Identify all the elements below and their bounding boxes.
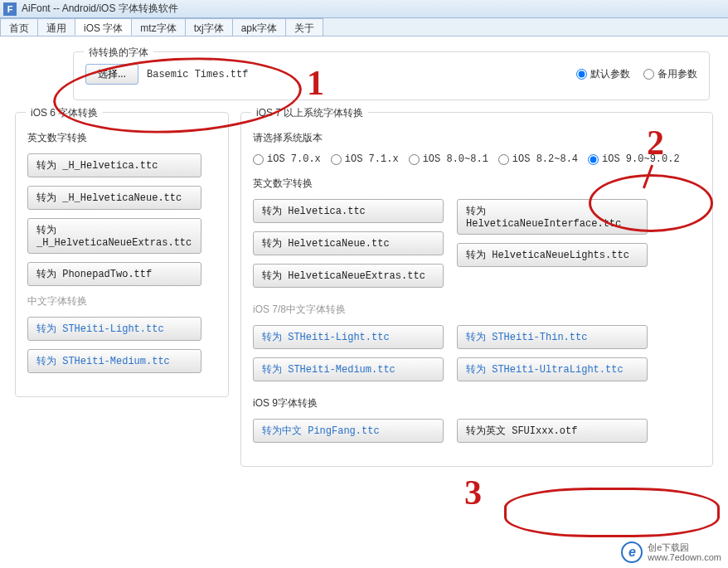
radio-backup-label: 备用参数 [658, 67, 697, 81]
btn-helveticaneuelights[interactable]: 转为 HelveticaNeueLights.ttc [457, 243, 648, 267]
btn-stheiti-medium-6[interactable]: 转为 STHeiti-Medium.ttc [27, 349, 201, 373]
watermark: e 创e下载园 www.7edown.com [621, 541, 721, 563]
titlebar: F AiFont -- Android/iOS 字体转换软件 [0, 0, 728, 18]
btn-stheiti-light-6[interactable]: 转为 STHeiti-Light.ttc [27, 317, 201, 341]
radio-ios71x[interactable]: iOS 7.1.x [331, 153, 399, 165]
btn-stheiti-ultralight[interactable]: 转为 STHeiti-UltraLight.ttc [457, 357, 648, 381]
btn-sfui[interactable]: 转为英文 SFUIxxx.otf [457, 419, 648, 443]
btn-stheiti-light-7[interactable]: 转为 STHeiti-Light.ttc [253, 325, 444, 349]
btn-h-helvetica[interactable]: 转为 _H_Helvetica.ttc [27, 153, 201, 177]
tab-ios-font[interactable]: iOS 字体 [75, 18, 132, 36]
watermark-icon: e [621, 541, 643, 563]
group-ios7plus: iOS 7 以上系统字体转换 请选择系统版本 iOS 7.0.x iOS 7.1… [240, 112, 713, 467]
group-title-ios7plus: iOS 7 以上系统字体转换 [251, 106, 368, 120]
group-select-font: 待转换的字体 选择... Basemic Times.ttf 默认参数 备用参数 [73, 51, 710, 100]
radio-ios90-902[interactable]: iOS 9.0~9.0.2 [588, 153, 680, 165]
app-icon: F [3, 2, 17, 16]
btn-helveticaneueextras[interactable]: 转为 HelveticaNeueExtras.ttc [253, 264, 444, 288]
tab-txj[interactable]: txj字体 [185, 18, 233, 36]
tab-mtz[interactable]: mtz字体 [131, 18, 185, 36]
btn-phonepadtwo[interactable]: 转为 PhonepadTwo.ttf [27, 262, 201, 286]
ios7-version-heading: 请选择系统版本 [253, 131, 701, 145]
radio-default-params[interactable]: 默认参数 [576, 67, 630, 81]
radio-backup-params[interactable]: 备用参数 [643, 67, 697, 81]
tab-about[interactable]: 关于 [285, 18, 323, 36]
btn-stheiti-thin[interactable]: 转为 STHeiti-Thin.ttc [457, 325, 648, 349]
window-title: AiFont -- Android/iOS 字体转换软件 [22, 2, 178, 16]
btn-helveticaneueinterface[interactable]: 转为 HelveticaNeueInterface.ttc [457, 199, 648, 235]
param-radio-group: 默认参数 备用参数 [576, 67, 697, 81]
radio-ios70x[interactable]: iOS 7.0.x [253, 153, 321, 165]
radio-default-label: 默认参数 [590, 67, 630, 81]
group-title-select: 待转换的字体 [84, 46, 153, 60]
btn-h-helveticaneueextras[interactable]: 转为 _H_HelveticaNeueExtras.ttc [27, 218, 201, 254]
watermark-line1: 创e下载园 [648, 542, 721, 552]
group-ios6: iOS 6 字体转换 英文数字转换 转为 _H_Helvetica.ttc 转为… [15, 112, 229, 397]
tab-home[interactable]: 首页 [0, 18, 38, 36]
radio-backup-params-input[interactable] [643, 69, 654, 80]
ios78-cn-heading: iOS 7/8中文字体转换 [253, 303, 701, 317]
radio-default-params-input[interactable] [576, 69, 587, 80]
ios9-heading: iOS 9字体转换 [253, 396, 701, 410]
btn-helveticaneue[interactable]: 转为 HelveticaNeue.ttc [253, 231, 444, 255]
btn-stheiti-medium-7[interactable]: 转为 STHeiti-Medium.ttc [253, 357, 444, 381]
ios6-eng-heading: 英文数字转换 [27, 131, 216, 145]
ios7-eng-heading: 英文数字转换 [253, 177, 701, 191]
radio-ios80-81[interactable]: iOS 8.0~8.1 [409, 153, 488, 165]
selected-filename: Basemic Times.ttf [147, 69, 248, 80]
version-radio-group: iOS 7.0.x iOS 7.1.x iOS 8.0~8.1 iOS 8.2~… [253, 153, 701, 165]
ios6-cn-heading: 中文字体转换 [27, 294, 216, 308]
tab-bar: 首页 通用 iOS 字体 mtz字体 txj字体 apk字体 关于 [0, 18, 728, 36]
group-title-ios6: iOS 6 字体转换 [26, 106, 103, 120]
select-file-button[interactable]: 选择... [85, 64, 138, 85]
radio-ios82-84[interactable]: iOS 8.2~8.4 [498, 153, 578, 165]
tab-apk[interactable]: apk字体 [232, 18, 286, 36]
watermark-line2: www.7edown.com [648, 552, 721, 562]
btn-pingfang[interactable]: 转为中文 PingFang.ttc [253, 419, 444, 443]
btn-helvetica[interactable]: 转为 Helvetica.ttc [253, 199, 444, 223]
content-area: 待转换的字体 选择... Basemic Times.ttf 默认参数 备用参数 [0, 36, 728, 568]
tab-general[interactable]: 通用 [37, 18, 75, 36]
btn-h-helveticaneue[interactable]: 转为 _H_HelveticaNeue.ttc [27, 186, 201, 210]
